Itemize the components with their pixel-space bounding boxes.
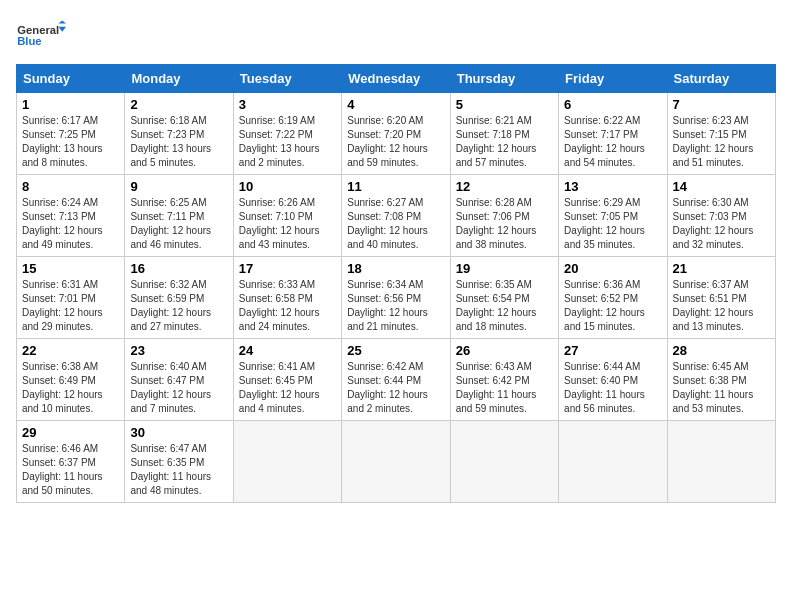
day-info: Sunrise: 6:38 AMSunset: 6:49 PMDaylight:…: [22, 361, 103, 414]
calendar-cell: 14 Sunrise: 6:30 AMSunset: 7:03 PMDaylig…: [667, 175, 775, 257]
calendar-cell: 3 Sunrise: 6:19 AMSunset: 7:22 PMDayligh…: [233, 93, 341, 175]
calendar-cell: 26 Sunrise: 6:43 AMSunset: 6:42 PMDaylig…: [450, 339, 558, 421]
calendar-cell: 12 Sunrise: 6:28 AMSunset: 7:06 PMDaylig…: [450, 175, 558, 257]
day-info: Sunrise: 6:25 AMSunset: 7:11 PMDaylight:…: [130, 197, 211, 250]
day-number: 22: [22, 343, 119, 358]
weekday-header-tuesday: Tuesday: [233, 65, 341, 93]
day-number: 6: [564, 97, 661, 112]
day-number: 27: [564, 343, 661, 358]
day-number: 2: [130, 97, 227, 112]
calendar-cell: 8 Sunrise: 6:24 AMSunset: 7:13 PMDayligh…: [17, 175, 125, 257]
day-number: 9: [130, 179, 227, 194]
day-info: Sunrise: 6:34 AMSunset: 6:56 PMDaylight:…: [347, 279, 428, 332]
calendar-cell: 7 Sunrise: 6:23 AMSunset: 7:15 PMDayligh…: [667, 93, 775, 175]
calendar-cell: 25 Sunrise: 6:42 AMSunset: 6:44 PMDaylig…: [342, 339, 450, 421]
day-number: 13: [564, 179, 661, 194]
day-info: Sunrise: 6:31 AMSunset: 7:01 PMDaylight:…: [22, 279, 103, 332]
day-info: Sunrise: 6:26 AMSunset: 7:10 PMDaylight:…: [239, 197, 320, 250]
day-number: 18: [347, 261, 444, 276]
calendar-table: SundayMondayTuesdayWednesdayThursdayFrid…: [16, 64, 776, 503]
calendar-cell: 9 Sunrise: 6:25 AMSunset: 7:11 PMDayligh…: [125, 175, 233, 257]
calendar-cell: [667, 421, 775, 503]
calendar-cell: 16 Sunrise: 6:32 AMSunset: 6:59 PMDaylig…: [125, 257, 233, 339]
svg-text:Blue: Blue: [17, 35, 41, 47]
day-info: Sunrise: 6:47 AMSunset: 6:35 PMDaylight:…: [130, 443, 211, 496]
day-info: Sunrise: 6:29 AMSunset: 7:05 PMDaylight:…: [564, 197, 645, 250]
day-number: 17: [239, 261, 336, 276]
day-info: Sunrise: 6:19 AMSunset: 7:22 PMDaylight:…: [239, 115, 320, 168]
day-info: Sunrise: 6:23 AMSunset: 7:15 PMDaylight:…: [673, 115, 754, 168]
calendar-cell: 1 Sunrise: 6:17 AMSunset: 7:25 PMDayligh…: [17, 93, 125, 175]
calendar-cell: 2 Sunrise: 6:18 AMSunset: 7:23 PMDayligh…: [125, 93, 233, 175]
calendar-cell: [342, 421, 450, 503]
day-info: Sunrise: 6:28 AMSunset: 7:06 PMDaylight:…: [456, 197, 537, 250]
calendar-cell: 29 Sunrise: 6:46 AMSunset: 6:37 PMDaylig…: [17, 421, 125, 503]
calendar-cell: 6 Sunrise: 6:22 AMSunset: 7:17 PMDayligh…: [559, 93, 667, 175]
calendar-cell: 13 Sunrise: 6:29 AMSunset: 7:05 PMDaylig…: [559, 175, 667, 257]
day-number: 29: [22, 425, 119, 440]
day-info: Sunrise: 6:33 AMSunset: 6:58 PMDaylight:…: [239, 279, 320, 332]
day-number: 26: [456, 343, 553, 358]
day-number: 20: [564, 261, 661, 276]
calendar-cell: 18 Sunrise: 6:34 AMSunset: 6:56 PMDaylig…: [342, 257, 450, 339]
day-info: Sunrise: 6:46 AMSunset: 6:37 PMDaylight:…: [22, 443, 103, 496]
calendar-cell: 10 Sunrise: 6:26 AMSunset: 7:10 PMDaylig…: [233, 175, 341, 257]
day-number: 15: [22, 261, 119, 276]
day-info: Sunrise: 6:37 AMSunset: 6:51 PMDaylight:…: [673, 279, 754, 332]
day-info: Sunrise: 6:22 AMSunset: 7:17 PMDaylight:…: [564, 115, 645, 168]
day-number: 4: [347, 97, 444, 112]
calendar-cell: 23 Sunrise: 6:40 AMSunset: 6:47 PMDaylig…: [125, 339, 233, 421]
calendar-cell: 28 Sunrise: 6:45 AMSunset: 6:38 PMDaylig…: [667, 339, 775, 421]
day-info: Sunrise: 6:30 AMSunset: 7:03 PMDaylight:…: [673, 197, 754, 250]
day-number: 11: [347, 179, 444, 194]
day-number: 8: [22, 179, 119, 194]
calendar-cell: 11 Sunrise: 6:27 AMSunset: 7:08 PMDaylig…: [342, 175, 450, 257]
calendar-cell: 27 Sunrise: 6:44 AMSunset: 6:40 PMDaylig…: [559, 339, 667, 421]
day-number: 24: [239, 343, 336, 358]
weekday-header-thursday: Thursday: [450, 65, 558, 93]
day-number: 10: [239, 179, 336, 194]
weekday-header-wednesday: Wednesday: [342, 65, 450, 93]
calendar-cell: [450, 421, 558, 503]
day-number: 16: [130, 261, 227, 276]
day-number: 28: [673, 343, 770, 358]
day-number: 25: [347, 343, 444, 358]
day-info: Sunrise: 6:42 AMSunset: 6:44 PMDaylight:…: [347, 361, 428, 414]
svg-text:General: General: [17, 24, 59, 36]
day-number: 19: [456, 261, 553, 276]
weekday-header-sunday: Sunday: [17, 65, 125, 93]
calendar-cell: [233, 421, 341, 503]
day-number: 7: [673, 97, 770, 112]
calendar-cell: 22 Sunrise: 6:38 AMSunset: 6:49 PMDaylig…: [17, 339, 125, 421]
day-info: Sunrise: 6:24 AMSunset: 7:13 PMDaylight:…: [22, 197, 103, 250]
logo: General Blue: [16, 16, 66, 56]
day-info: Sunrise: 6:21 AMSunset: 7:18 PMDaylight:…: [456, 115, 537, 168]
weekday-header-friday: Friday: [559, 65, 667, 93]
calendar-cell: 15 Sunrise: 6:31 AMSunset: 7:01 PMDaylig…: [17, 257, 125, 339]
calendar-cell: 17 Sunrise: 6:33 AMSunset: 6:58 PMDaylig…: [233, 257, 341, 339]
calendar-cell: 24 Sunrise: 6:41 AMSunset: 6:45 PMDaylig…: [233, 339, 341, 421]
day-info: Sunrise: 6:27 AMSunset: 7:08 PMDaylight:…: [347, 197, 428, 250]
calendar-cell: 4 Sunrise: 6:20 AMSunset: 7:20 PMDayligh…: [342, 93, 450, 175]
weekday-header-monday: Monday: [125, 65, 233, 93]
day-number: 21: [673, 261, 770, 276]
day-number: 3: [239, 97, 336, 112]
day-info: Sunrise: 6:43 AMSunset: 6:42 PMDaylight:…: [456, 361, 537, 414]
day-number: 1: [22, 97, 119, 112]
day-number: 23: [130, 343, 227, 358]
day-info: Sunrise: 6:18 AMSunset: 7:23 PMDaylight:…: [130, 115, 211, 168]
day-info: Sunrise: 6:32 AMSunset: 6:59 PMDaylight:…: [130, 279, 211, 332]
day-info: Sunrise: 6:17 AMSunset: 7:25 PMDaylight:…: [22, 115, 103, 168]
day-info: Sunrise: 6:20 AMSunset: 7:20 PMDaylight:…: [347, 115, 428, 168]
day-info: Sunrise: 6:35 AMSunset: 6:54 PMDaylight:…: [456, 279, 537, 332]
calendar-cell: [559, 421, 667, 503]
calendar-cell: 19 Sunrise: 6:35 AMSunset: 6:54 PMDaylig…: [450, 257, 558, 339]
day-info: Sunrise: 6:36 AMSunset: 6:52 PMDaylight:…: [564, 279, 645, 332]
day-info: Sunrise: 6:44 AMSunset: 6:40 PMDaylight:…: [564, 361, 645, 414]
day-info: Sunrise: 6:41 AMSunset: 6:45 PMDaylight:…: [239, 361, 320, 414]
calendar-cell: 21 Sunrise: 6:37 AMSunset: 6:51 PMDaylig…: [667, 257, 775, 339]
calendar-cell: 20 Sunrise: 6:36 AMSunset: 6:52 PMDaylig…: [559, 257, 667, 339]
day-number: 5: [456, 97, 553, 112]
page-header: General Blue: [16, 16, 776, 56]
day-info: Sunrise: 6:40 AMSunset: 6:47 PMDaylight:…: [130, 361, 211, 414]
